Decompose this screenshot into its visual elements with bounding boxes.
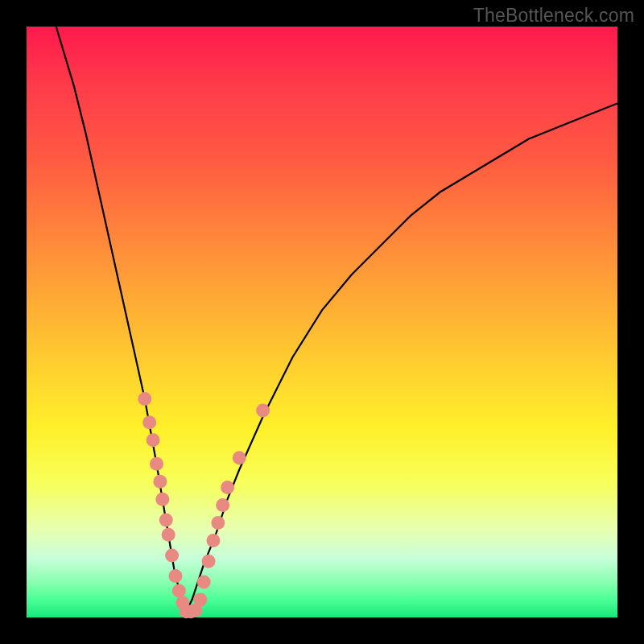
right-curve bbox=[186, 103, 617, 611]
sample-dot bbox=[211, 516, 225, 530]
sample-dot bbox=[216, 498, 229, 512]
sample-dot bbox=[168, 569, 182, 583]
plot-area bbox=[27, 27, 617, 617]
sample-dot bbox=[150, 457, 163, 471]
sample-dot bbox=[202, 555, 216, 568]
sample-dot bbox=[138, 392, 151, 406]
sample-dot bbox=[147, 433, 160, 447]
sample-dot bbox=[172, 584, 186, 597]
sample-dot bbox=[206, 534, 220, 547]
sample-dot bbox=[159, 513, 173, 526]
sample-dot bbox=[142, 415, 156, 429]
sample-dot bbox=[165, 548, 179, 562]
sample-dot bbox=[155, 493, 169, 506]
sample-dots-group bbox=[138, 392, 270, 618]
watermark-text: TheBottleneck.com bbox=[473, 5, 634, 27]
sample-dot bbox=[193, 592, 207, 606]
chart-frame: TheBottleneck.com bbox=[0, 0, 644, 644]
chart-svg bbox=[27, 27, 617, 617]
sample-dot bbox=[256, 404, 270, 418]
sample-dot bbox=[162, 528, 175, 542]
sample-dot bbox=[233, 451, 246, 464]
sample-dot bbox=[197, 575, 211, 588]
sample-dot bbox=[221, 481, 234, 494]
sample-dot bbox=[153, 475, 167, 489]
